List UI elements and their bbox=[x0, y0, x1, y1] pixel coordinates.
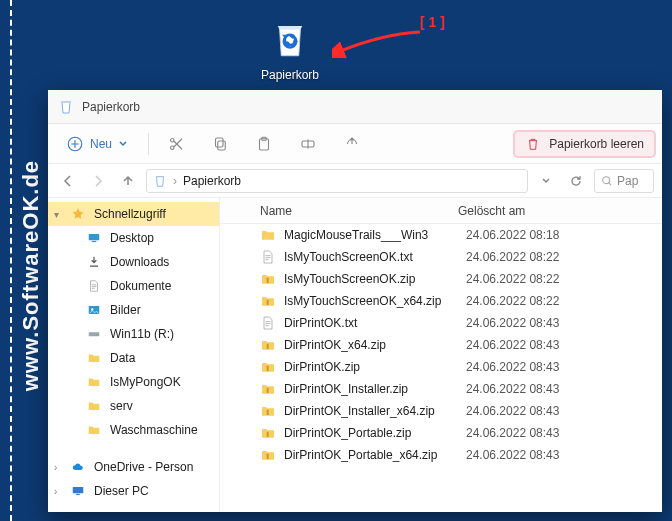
explorer-window: Papierkorb Neu Papierkorb leeren › Papie… bbox=[48, 90, 662, 512]
file-row[interactable]: DirPrintOK_Installer_x64.zip24.06.2022 0… bbox=[220, 400, 662, 422]
sidebar-item-label: Waschmaschine bbox=[110, 423, 198, 437]
file-name: DirPrintOK_Installer_x64.zip bbox=[284, 404, 466, 418]
nav-back-button[interactable] bbox=[56, 169, 80, 193]
sidebar-item-label: serv bbox=[110, 399, 133, 413]
sidebar-item[interactable]: Waschmaschine bbox=[48, 418, 219, 442]
paste-button[interactable] bbox=[247, 130, 281, 158]
zip-icon bbox=[260, 271, 276, 287]
breadcrumb[interactable]: Papierkorb bbox=[183, 174, 241, 188]
file-deleted-date: 24.06.2022 08:43 bbox=[466, 382, 662, 396]
file-name: DirPrintOK_Portable.zip bbox=[284, 426, 466, 440]
file-row[interactable]: DirPrintOK_Installer.zip24.06.2022 08:43 bbox=[220, 378, 662, 400]
file-deleted-date: 24.06.2022 08:43 bbox=[466, 426, 662, 440]
file-deleted-date: 24.06.2022 08:43 bbox=[466, 448, 662, 462]
chevron-right-icon: › bbox=[54, 486, 57, 497]
sidebar-item[interactable]: Bilder bbox=[48, 298, 219, 322]
new-button-label: Neu bbox=[90, 137, 112, 151]
svg-rect-26 bbox=[267, 454, 269, 459]
svg-rect-24 bbox=[267, 410, 269, 415]
sidebar-item[interactable]: IsMyPongOK bbox=[48, 370, 219, 394]
scissors-icon bbox=[167, 135, 185, 153]
sidebar-item[interactable]: serv bbox=[48, 394, 219, 418]
nav-up-button[interactable] bbox=[116, 169, 140, 193]
svg-rect-11 bbox=[89, 234, 100, 240]
zip-icon bbox=[260, 359, 276, 375]
plus-circle-icon bbox=[66, 135, 84, 153]
txt-icon bbox=[260, 315, 276, 331]
sidebar-item[interactable]: Desktop bbox=[48, 226, 219, 250]
sidebar-item-label: IsMyPongOK bbox=[110, 375, 181, 389]
svg-point-10 bbox=[603, 176, 610, 183]
svg-point-16 bbox=[97, 334, 98, 335]
cut-button[interactable] bbox=[159, 130, 193, 158]
file-name: IsMyTouchScreenOK.txt bbox=[284, 250, 466, 264]
arrow-right-icon bbox=[91, 174, 105, 188]
search-field[interactable]: Pap bbox=[594, 169, 654, 193]
refresh-button[interactable] bbox=[564, 169, 588, 193]
address-field[interactable]: › Papierkorb bbox=[146, 169, 528, 193]
file-list: MagicMouseTrails___Win324.06.2022 08:18I… bbox=[220, 224, 662, 512]
trash-icon bbox=[525, 136, 541, 152]
sidebar-item-label: Bilder bbox=[110, 303, 141, 317]
file-row[interactable]: DirPrintOK_Portable.zip24.06.2022 08:43 bbox=[220, 422, 662, 444]
file-row[interactable]: IsMyTouchScreenOK_x64.zip24.06.2022 08:2… bbox=[220, 290, 662, 312]
file-row[interactable]: IsMyTouchScreenOK.zip24.06.2022 08:22 bbox=[220, 268, 662, 290]
file-row[interactable]: IsMyTouchScreenOK.txt24.06.2022 08:22 bbox=[220, 246, 662, 268]
address-dropdown-button[interactable] bbox=[534, 169, 558, 193]
nav-forward-button[interactable] bbox=[86, 169, 110, 193]
svg-rect-23 bbox=[267, 388, 269, 393]
rename-icon bbox=[299, 135, 317, 153]
sidebar-quick-access[interactable]: ▾ Schnellzugriff bbox=[48, 202, 219, 226]
paste-icon bbox=[255, 135, 273, 153]
titlebar[interactable]: Papierkorb bbox=[48, 90, 662, 124]
svg-rect-12 bbox=[92, 241, 97, 242]
zip-icon bbox=[260, 447, 276, 463]
desktop-icon bbox=[86, 230, 102, 246]
zip-icon bbox=[260, 381, 276, 397]
file-deleted-date: 24.06.2022 08:22 bbox=[466, 272, 662, 286]
search-placeholder: Pap bbox=[617, 174, 638, 188]
file-row[interactable]: DirPrintOK_x64.zip24.06.2022 08:43 bbox=[220, 334, 662, 356]
sidebar-item[interactable]: Dokumente bbox=[48, 274, 219, 298]
folder-icon bbox=[86, 350, 102, 366]
file-deleted-date: 24.06.2022 08:43 bbox=[466, 404, 662, 418]
sidebar-item[interactable]: Data bbox=[48, 346, 219, 370]
search-icon bbox=[601, 175, 613, 187]
file-name: MagicMouseTrails___Win3 bbox=[284, 228, 466, 242]
star-icon bbox=[70, 206, 86, 222]
recycle-bin-icon bbox=[266, 16, 314, 64]
breadcrumb-separator-icon: › bbox=[173, 174, 177, 188]
file-row[interactable]: DirPrintOK.zip24.06.2022 08:43 bbox=[220, 356, 662, 378]
sidebar-item[interactable]: Downloads bbox=[48, 250, 219, 274]
arrow-up-icon bbox=[121, 174, 135, 188]
folder-icon bbox=[86, 374, 102, 390]
new-button[interactable]: Neu bbox=[56, 130, 138, 158]
column-name[interactable]: Name bbox=[220, 204, 450, 218]
empty-recycle-bin-label: Papierkorb leeren bbox=[549, 137, 644, 151]
share-button[interactable] bbox=[335, 130, 369, 158]
window-recycle-bin-icon bbox=[58, 99, 74, 115]
folder-icon bbox=[86, 398, 102, 414]
rename-button[interactable] bbox=[291, 130, 325, 158]
downloads-icon bbox=[86, 254, 102, 270]
copy-button[interactable] bbox=[203, 130, 237, 158]
sidebar-item[interactable]: Win11b (R:) bbox=[48, 322, 219, 346]
file-row[interactable]: DirPrintOK_Portable_x64.zip24.06.2022 08… bbox=[220, 444, 662, 466]
zip-icon bbox=[260, 293, 276, 309]
txt-icon bbox=[260, 249, 276, 265]
file-deleted-date: 24.06.2022 08:22 bbox=[466, 294, 662, 308]
file-row[interactable]: MagicMouseTrails___Win324.06.2022 08:18 bbox=[220, 224, 662, 246]
addressbar: › Papierkorb Pap bbox=[48, 164, 662, 198]
file-name: DirPrintOK_Portable_x64.zip bbox=[284, 448, 466, 462]
file-row[interactable]: DirPrintOK.txt24.06.2022 08:43 bbox=[220, 312, 662, 334]
refresh-icon bbox=[569, 174, 583, 188]
svg-rect-25 bbox=[267, 432, 269, 437]
desktop-recycle-bin[interactable]: Papierkorb bbox=[250, 16, 330, 82]
cloud-icon bbox=[70, 459, 86, 475]
sidebar-this-pc[interactable]: › Dieser PC bbox=[48, 479, 219, 503]
file-deleted-date: 24.06.2022 08:43 bbox=[466, 316, 662, 330]
column-deleted[interactable]: Gelöscht am bbox=[450, 204, 662, 218]
empty-recycle-bin-button[interactable]: Papierkorb leeren bbox=[515, 132, 654, 156]
sidebar-onedrive[interactable]: › OneDrive - Person bbox=[48, 455, 219, 479]
file-deleted-date: 24.06.2022 08:18 bbox=[466, 228, 662, 242]
